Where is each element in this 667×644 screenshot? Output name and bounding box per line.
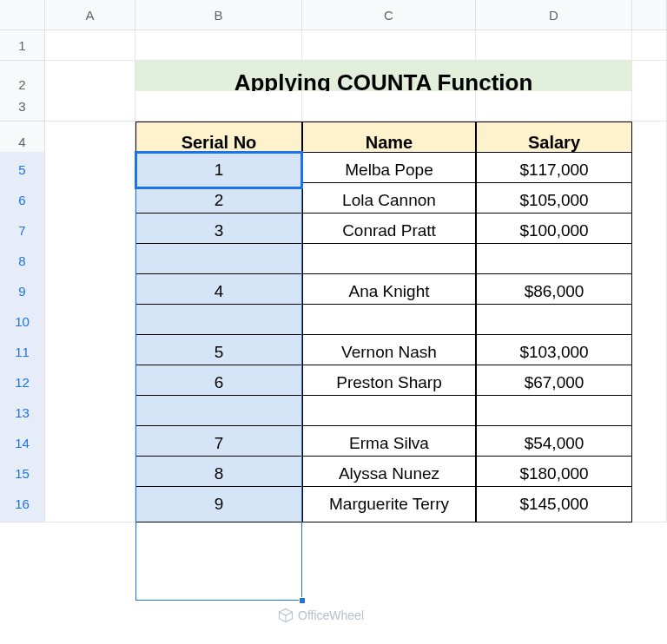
cell-a1[interactable] [45,30,135,61]
col-header-a[interactable]: A [45,0,135,30]
col-header-c[interactable]: C [302,0,476,30]
col-header-e[interactable] [632,0,667,30]
cell-c1[interactable] [302,30,476,61]
cell-a3[interactable] [45,91,135,122]
cell-e1[interactable] [632,30,667,61]
row-header-16[interactable]: 16 [0,486,45,522]
watermark-text: OfficeWheel [298,608,364,622]
col-header-d[interactable]: D [476,0,632,30]
cell-b3[interactable] [135,91,302,122]
logo-icon [278,608,294,623]
cell-c16[interactable]: Marguerite Terry [302,486,476,522]
cell-c3[interactable] [302,91,476,122]
cell-a16[interactable] [45,486,135,522]
row-header-3[interactable]: 3 [0,91,45,122]
watermark: OfficeWheel [278,608,364,623]
col-header-b[interactable]: B [135,0,302,30]
cell-d1[interactable] [476,30,632,61]
fill-handle[interactable] [299,597,306,604]
cell-d16[interactable]: $145,000 [476,486,632,522]
cell-b16[interactable]: 9 [135,486,302,522]
cell-e3[interactable] [632,91,667,122]
select-all-corner[interactable] [0,0,45,30]
cell-d3[interactable] [476,91,632,122]
cell-e16[interactable] [632,486,667,522]
cell-b5[interactable]: 1 [135,152,302,188]
spreadsheet-grid[interactable]: A B C D 1 2 Applying COUNTA Function 3 4… [0,0,667,516]
row-header-1[interactable]: 1 [0,30,45,61]
cell-b1[interactable] [135,30,302,61]
